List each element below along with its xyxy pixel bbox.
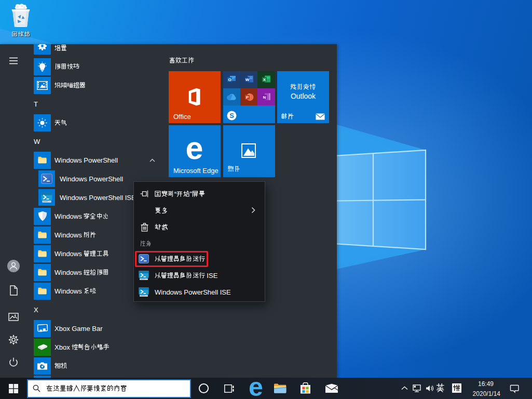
svg-text:O: O xyxy=(228,77,231,82)
svg-text:X: X xyxy=(263,77,266,82)
svg-text:P: P xyxy=(245,95,249,99)
svg-text:S: S xyxy=(229,112,234,119)
svg-text:N: N xyxy=(263,95,266,99)
svg-text:W: W xyxy=(245,77,249,82)
